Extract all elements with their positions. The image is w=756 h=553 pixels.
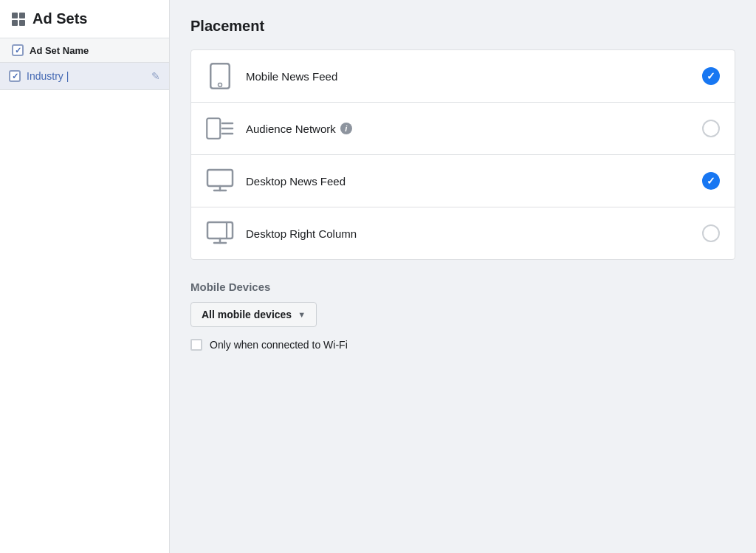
desktop-right-column-label: Desktop Right Column — [246, 227, 690, 240]
industry-row-checkbox[interactable] — [9, 70, 21, 82]
edit-icon[interactable]: ✎ — [151, 70, 160, 82]
mobile-devices-section: Mobile Devices All mobile devices ▼ Only… — [190, 281, 735, 351]
wifi-row: Only when connected to Wi-Fi — [190, 339, 735, 351]
mobile-icon — [206, 62, 234, 90]
desktop-right-column-toggle[interactable] — [702, 224, 720, 242]
wifi-checkbox[interactable] — [190, 339, 202, 351]
svg-rect-0 — [210, 63, 230, 89]
mobile-devices-title: Mobile Devices — [190, 281, 735, 293]
desktop-right-column-row[interactable]: Desktop Right Column — [191, 207, 735, 259]
grid-icon — [12, 13, 25, 26]
svg-rect-9 — [207, 222, 233, 238]
main-content: Placement Mobile News Feed — [170, 0, 756, 553]
mobile-devices-dropdown[interactable]: All mobile devices ▼ — [190, 302, 317, 327]
sidebar: Ad Sets Ad Set Name Industry | ✎ — [0, 0, 170, 553]
placement-title: Placement — [190, 18, 735, 35]
audience-network-info-icon[interactable]: i — [340, 123, 352, 134]
sidebar-title: Ad Sets — [32, 10, 87, 27]
wifi-label: Only when connected to Wi-Fi — [210, 339, 348, 351]
select-all-checkbox[interactable] — [12, 44, 24, 56]
mobile-news-feed-row[interactable]: Mobile News Feed — [191, 50, 735, 103]
audience-network-toggle[interactable] — [702, 120, 720, 137]
audience-network-icon — [206, 114, 234, 142]
svg-point-1 — [219, 83, 222, 87]
desktop-news-feed-toggle[interactable] — [702, 172, 720, 190]
ad-set-name-column-header: Ad Set Name — [0, 38, 169, 63]
mobile-news-feed-label: Mobile News Feed — [246, 70, 690, 83]
audience-network-row[interactable]: Audience Network i — [191, 103, 735, 155]
chevron-down-icon: ▼ — [298, 310, 306, 319]
industry-row-label: Industry | — [27, 70, 145, 82]
svg-rect-2 — [207, 118, 220, 139]
placement-card: Mobile News Feed Audience Network i — [190, 49, 735, 260]
desktop-right-column-icon — [206, 219, 234, 247]
industry-row[interactable]: Industry | ✎ — [0, 63, 169, 90]
sidebar-table: Ad Set Name Industry | ✎ — [0, 38, 169, 90]
desktop-news-feed-icon — [206, 167, 234, 195]
audience-network-label: Audience Network i — [246, 123, 690, 135]
svg-rect-6 — [207, 170, 233, 186]
sidebar-header: Ad Sets — [0, 0, 169, 38]
desktop-news-feed-label: Desktop News Feed — [246, 175, 690, 188]
mobile-news-feed-toggle[interactable] — [702, 67, 720, 85]
desktop-news-feed-row[interactable]: Desktop News Feed — [191, 155, 735, 207]
